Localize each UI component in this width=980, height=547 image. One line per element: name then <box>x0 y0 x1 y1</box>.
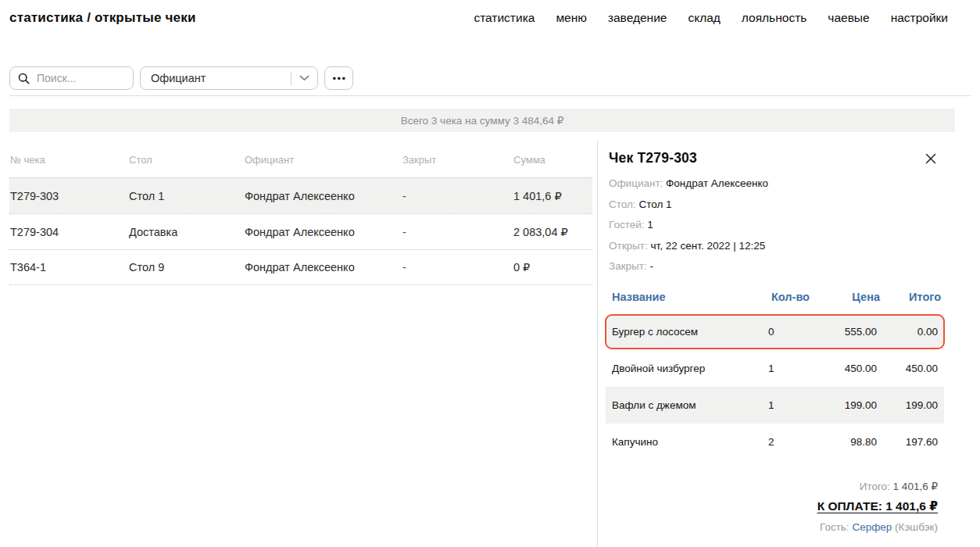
search-icon <box>18 73 30 84</box>
list-item-highlighted[interactable]: Бургер с лососем 0 555.00 0.00 <box>609 313 938 350</box>
table-cell: Стол 1 <box>129 190 245 202</box>
amount-due-line: К ОПЛАТЕ: 1 401,6 ₽ <box>609 499 938 513</box>
item-price: 98.80 <box>815 436 877 448</box>
nav-item-venue[interactable]: заведение <box>608 11 667 25</box>
guest-name-link[interactable]: Серфер <box>852 521 892 533</box>
sum-cell: 2 083,04 ₽ <box>513 226 592 238</box>
waiter-cell: Фондрат Алексеенко <box>245 226 402 238</box>
table-cell: Доставка <box>129 226 245 238</box>
close-icon[interactable] <box>924 152 938 166</box>
detail-table: Стол: Стол 1 <box>609 195 938 216</box>
closed-cell: - <box>402 261 513 274</box>
checks-table-header: № чека Стол Официант Закрыт Сумма <box>9 152 592 177</box>
closed-cell: - <box>402 226 513 238</box>
waiter-cell: Фондрат Алексеенко <box>245 190 402 202</box>
detail-waiter: Официант: Фондрат Алексеенко <box>609 173 938 195</box>
check-detail-panel: Чек T279-303 Официант: Фондрат Алексеенк… <box>597 141 980 547</box>
item-total: 450.00 <box>877 363 938 374</box>
col-item-name: Название <box>612 291 771 303</box>
table-row[interactable]: T364-1 Стол 9 Фондрат Алексеенко - 0 ₽ <box>9 249 592 285</box>
more-filters-button[interactable]: ••• <box>324 66 353 90</box>
item-total: 197.60 <box>877 436 938 448</box>
item-qty: 0 <box>768 326 815 338</box>
col-item-total: Итого <box>880 291 941 303</box>
detail-opened: Открыт: чт, 22 сент. 2022 | 12:25 <box>609 236 938 257</box>
item-name: Капучино <box>609 436 768 448</box>
summary-banner: Всего 3 чека на сумму 3 484,64 ₽ <box>9 109 955 132</box>
check-details: Официант: Фондрат Алексеенко Стол: Стол … <box>609 173 938 277</box>
sum-cell: 1 401,6 ₽ <box>513 190 592 202</box>
check-number-cell: T279-303 <box>10 190 129 202</box>
check-panel-title: Чек T279-303 <box>609 150 697 166</box>
item-price: 450.00 <box>815 363 877 374</box>
item-name: Вафли с джемом <box>609 399 768 411</box>
col-closed: Закрыт <box>402 154 513 166</box>
list-item[interactable]: Вафли с джемом 1 199.00 199.00 <box>609 387 938 424</box>
check-number-cell: T279-304 <box>10 226 129 238</box>
detail-guests: Гостей: 1 <box>609 215 938 236</box>
item-name: Двойной чизбургер <box>609 363 768 374</box>
item-qty: 2 <box>768 436 815 448</box>
check-totals: Итого: 1 401,6 ₽ К ОПЛАТЕ: 1 401,6 ₽ Гос… <box>609 480 938 533</box>
guest-label: Гость: <box>820 521 849 533</box>
header-divider <box>9 95 971 96</box>
item-price: 555.00 <box>815 326 877 338</box>
breadcrumb: статистика / открытые чеки <box>9 10 196 26</box>
list-item[interactable]: Капучино 2 98.80 197.60 <box>609 424 938 460</box>
ellipsis-icon: ••• <box>331 73 346 84</box>
col-table: Стол <box>129 154 245 166</box>
detail-closed: Закрыт: - <box>609 256 938 277</box>
item-total: 0.00 <box>877 326 938 338</box>
checks-table: № чека Стол Официант Закрыт Сумма T279-3… <box>9 152 592 285</box>
nav-item-settings[interactable]: настройки <box>891 11 948 25</box>
search-box[interactable] <box>9 66 134 90</box>
col-sum: Сумма <box>513 154 592 166</box>
nav-item-statistics[interactable]: статистика <box>474 11 535 25</box>
waiter-filter-label: Официант <box>151 72 206 84</box>
nav-item-loyalty[interactable]: лояльность <box>742 11 807 25</box>
list-item[interactable]: Двойной чизбургер 1 450.00 450.00 <box>609 350 938 387</box>
guest-note: (Кэшбэк) <box>895 521 938 533</box>
check-items-table: Название Кол-во Цена Итого Бургер с лосо… <box>609 291 938 460</box>
filter-bar: Официант ••• <box>9 66 353 90</box>
table-cell: Стол 9 <box>129 261 245 274</box>
item-price: 199.00 <box>815 399 877 411</box>
guest-line: Гость: Серфер (Кэшбэк) <box>609 521 938 533</box>
nav-item-tips[interactable]: чаевые <box>828 11 869 25</box>
search-input[interactable] <box>37 72 125 84</box>
closed-cell: - <box>402 190 513 202</box>
waiter-filter-select[interactable]: Официант <box>140 66 318 90</box>
sum-cell: 0 ₽ <box>513 261 592 274</box>
chevron-down-icon <box>299 75 309 81</box>
table-row[interactable]: T279-304 Доставка Фондрат Алексеенко - 2… <box>9 213 592 249</box>
items-table-header: Название Кол-во Цена Итого <box>609 291 938 313</box>
item-qty: 1 <box>768 363 815 374</box>
col-item-qty: Кол-во <box>771 291 818 303</box>
col-check-number: № чека <box>10 154 129 166</box>
nav-item-menu[interactable]: меню <box>556 11 586 25</box>
nav-item-warehouse[interactable]: склад <box>688 11 720 25</box>
subtotal-line: Итого: 1 401,6 ₽ <box>609 480 938 492</box>
col-waiter: Официант <box>245 154 402 166</box>
check-number-cell: T364-1 <box>10 261 129 274</box>
main-nav: статистика меню заведение склад лояльнос… <box>474 11 948 25</box>
item-name: Бургер с лососем <box>609 326 768 338</box>
table-row[interactable]: T279-303 Стол 1 Фондрат Алексеенко - 1 4… <box>9 177 592 213</box>
item-total: 199.00 <box>877 399 938 411</box>
col-item-price: Цена <box>818 291 880 303</box>
summary-text: Всего 3 чека на сумму 3 484,64 ₽ <box>401 114 564 127</box>
waiter-cell: Фондрат Алексеенко <box>245 261 402 274</box>
item-qty: 1 <box>768 399 815 411</box>
top-bar: статистика / открытые чеки статистика ме… <box>9 10 948 26</box>
select-divider <box>291 72 291 85</box>
